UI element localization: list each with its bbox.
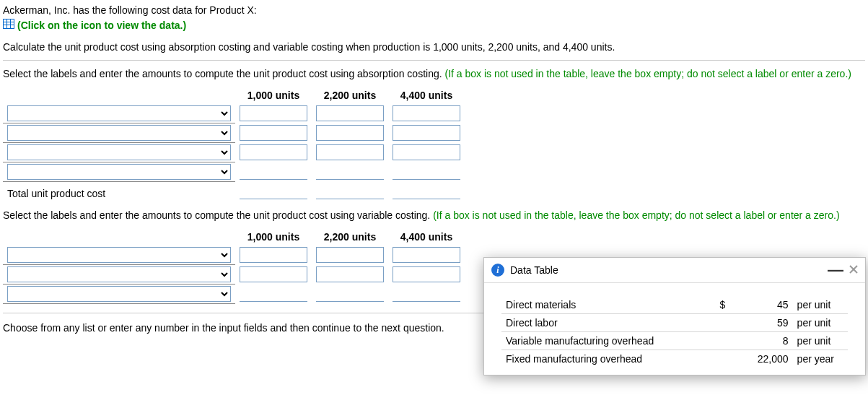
dt-r0-currency: $	[706, 296, 730, 314]
absorption-instruction: Select the labels and enter the amounts …	[3, 68, 865, 79]
abs-row4-select[interactable]	[7, 164, 231, 180]
table-icon	[3, 19, 14, 31]
close-icon[interactable]	[849, 264, 858, 277]
var-col1-header: 1,000 units	[235, 228, 312, 246]
dt-r2-currency	[706, 332, 730, 342]
var-r3-c3[interactable]	[393, 286, 460, 302]
dt-r1-value: 59	[729, 314, 792, 332]
dt-r1-unit: per unit	[793, 314, 848, 332]
var-col3-header: 4,400 units	[388, 228, 465, 246]
var-row3-select[interactable]	[7, 286, 231, 302]
data-table-modal: i Data Table — Direct materials $ 45 per…	[483, 257, 866, 342]
abs-total-label: Total unit product cost	[3, 182, 235, 201]
var-row1-select[interactable]	[7, 247, 231, 263]
dt-r1-currency	[706, 314, 730, 332]
separator	[3, 60, 865, 61]
abs-r3-c1[interactable]	[240, 144, 307, 160]
abs-r3-c2[interactable]	[316, 144, 384, 160]
variable-hint: (If a box is not used in the table, leav…	[433, 209, 839, 221]
info-icon: i	[491, 264, 504, 277]
table-row: Variable manufacturing overhead 8 per un…	[501, 332, 848, 342]
var-r3-c1[interactable]	[240, 286, 307, 302]
minimize-button[interactable]: —	[828, 265, 843, 275]
intro-company-line: Ackerman, Inc. has the following cost da…	[3, 4, 865, 16]
var-row2-select[interactable]	[7, 266, 231, 282]
var-r1-c3[interactable]	[393, 247, 460, 263]
abs-r2-c2[interactable]	[316, 125, 384, 141]
absorption-table: 1,000 units 2,200 units 4,400 units	[3, 87, 465, 201]
dt-r2-value: 8	[729, 332, 792, 342]
modal-title: Data Table	[510, 264, 828, 276]
dt-r0-label: Direct materials	[501, 296, 706, 314]
dt-r0-unit: per unit	[793, 296, 848, 314]
abs-row2-select[interactable]	[7, 125, 231, 141]
view-data-link[interactable]: (Click on the icon to view the data.)	[3, 19, 186, 31]
data-table: Direct materials $ 45 per unit Direct la…	[501, 296, 848, 342]
table-row: Direct labor 59 per unit	[501, 314, 848, 332]
abs-r1-c1[interactable]	[240, 105, 307, 121]
dt-r1-label: Direct labor	[501, 314, 706, 332]
abs-r4-c1[interactable]	[240, 164, 307, 180]
calculate-instruction: Calculate the unit product cost using ab…	[3, 41, 865, 53]
abs-r2-c3[interactable]	[393, 125, 460, 141]
dt-r0-value: 45	[729, 296, 792, 314]
abs-r1-c3[interactable]	[393, 105, 460, 121]
var-r1-c1[interactable]	[240, 247, 307, 263]
abs-r4-c3[interactable]	[393, 164, 460, 180]
abs-r2-c1[interactable]	[240, 125, 307, 141]
variable-instruction: Select the labels and enter the amounts …	[3, 209, 865, 221]
variable-table: 1,000 units 2,200 units 4,400 units	[3, 228, 465, 304]
abs-total-c3[interactable]	[393, 183, 460, 199]
abs-r1-c2[interactable]	[316, 105, 384, 121]
abs-r3-c3[interactable]	[393, 144, 460, 160]
abs-col1-header: 1,000 units	[235, 87, 312, 104]
abs-col3-header: 4,400 units	[388, 87, 465, 104]
abs-row3-select[interactable]	[7, 144, 231, 160]
dt-r2-label: Variable manufacturing overhead	[501, 332, 706, 342]
var-r3-c2[interactable]	[316, 286, 384, 302]
table-row: Direct materials $ 45 per unit	[501, 296, 848, 314]
abs-r4-c2[interactable]	[316, 164, 384, 180]
abs-total-c2[interactable]	[316, 183, 384, 199]
var-r2-c3[interactable]	[393, 266, 460, 282]
absorption-hint: (If a box is not used in the table, leav…	[445, 68, 851, 79]
abs-row1-select[interactable]	[7, 105, 231, 121]
var-r2-c1[interactable]	[240, 266, 307, 282]
var-r1-c2[interactable]	[316, 247, 384, 263]
view-data-link-text: (Click on the icon to view the data.)	[17, 19, 186, 31]
abs-total-c1[interactable]	[240, 183, 307, 199]
dt-r2-unit: per unit	[793, 332, 848, 342]
abs-col2-header: 2,200 units	[312, 87, 388, 104]
svg-rect-0	[4, 19, 14, 29]
var-col2-header: 2,200 units	[312, 228, 388, 246]
var-r2-c2[interactable]	[316, 266, 384, 282]
